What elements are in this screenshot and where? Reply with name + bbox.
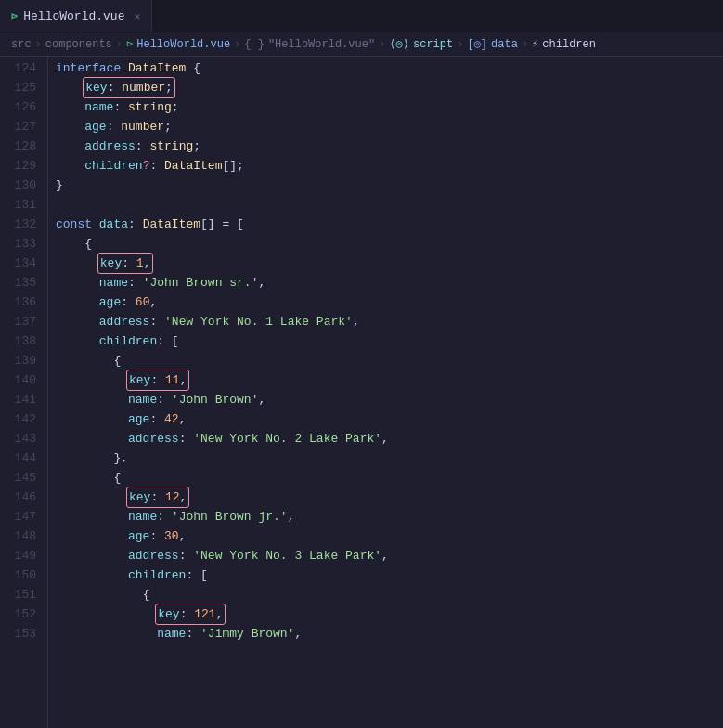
token-colon-22: : <box>186 624 200 644</box>
indent-138 <box>56 332 99 351</box>
token-const: const <box>56 214 99 234</box>
ln-125: 125 <box>7 78 36 98</box>
token-colon-9: : <box>121 292 136 312</box>
ln-149: 149 <box>7 546 36 566</box>
token-colon-14: : <box>149 410 164 429</box>
token-comma-12: , <box>381 546 389 566</box>
token-name-prop-2: name <box>99 273 128 292</box>
token-semi-3: ; <box>164 117 172 136</box>
token-array-bracket: []; <box>222 156 243 176</box>
token-open-brace-3: { <box>113 351 121 370</box>
indent-147 <box>56 507 128 526</box>
token-dataitem-2: DataItem <box>164 156 222 176</box>
token-key-prop-4: key <box>129 490 150 504</box>
indent-133 <box>56 234 84 254</box>
tab-close-button[interactable]: ✕ <box>134 10 140 22</box>
token-name-prop-3: name <box>128 390 157 410</box>
indent-126 <box>56 98 84 117</box>
token-str-addr-2: 'New York No. 2 Lake Park' <box>193 429 381 448</box>
code-line-147: name: 'John Brown jr.', <box>56 507 723 526</box>
token-name-prop-4: name <box>128 507 157 526</box>
breadcrumb-filename: HelloWorld.vue <box>136 38 230 51</box>
token-address-prop-3: address <box>128 429 179 448</box>
breadcrumb-link-icon: ⚡ <box>532 37 538 51</box>
token-string-type-2: string <box>149 136 193 156</box>
ln-130: 130 <box>7 176 36 195</box>
token-num-1: 1 <box>136 256 144 270</box>
token-address-prop-4: address <box>128 546 179 566</box>
ln-147: 147 <box>7 507 36 526</box>
ln-150: 150 <box>7 566 36 585</box>
token-key-prop-2: key <box>100 256 122 270</box>
token-colon-5: : <box>149 156 164 176</box>
code-line-144: }, <box>56 448 723 468</box>
code-line-132: const data: DataItem[] = [ <box>56 214 723 234</box>
ln-143: 143 <box>7 429 36 448</box>
token-semi-1: ; <box>165 81 173 95</box>
breadcrumb-src: src <box>11 38 32 51</box>
ln-153: 153 <box>7 624 36 644</box>
highlight-key-12: key: 12, <box>126 487 189 508</box>
highlight-key-number: key: number; <box>83 77 175 98</box>
ln-124: 124 <box>7 58 36 78</box>
breadcrumb-script-icon: ⟨◎⟩ <box>389 37 409 51</box>
indent-128 <box>56 136 84 156</box>
indent-129 <box>56 156 84 176</box>
code-line-140: key: 11, <box>56 370 723 390</box>
breadcrumb-children: children <box>542 38 596 51</box>
token-close-brace-2: }, <box>113 448 128 468</box>
indent-127 <box>56 117 84 136</box>
token-string-type-1: string <box>128 98 172 117</box>
indent-153 <box>56 624 157 644</box>
indent-152 <box>56 604 157 624</box>
indent-146 <box>56 488 128 507</box>
indent-125 <box>56 78 84 98</box>
ln-140: 140 <box>7 370 36 390</box>
token-comma-2: , <box>258 273 265 292</box>
token-comma-3: , <box>149 292 157 312</box>
breadcrumb-sep3: › <box>234 38 240 51</box>
token-num-30: 30 <box>164 526 179 546</box>
indent-141 <box>56 390 128 410</box>
token-open-brace-2: { <box>84 234 92 254</box>
ln-138: 138 <box>7 332 36 351</box>
ln-145: 145 <box>7 468 36 488</box>
token-semi-4: ; <box>193 136 200 156</box>
code-line-142: age: 42, <box>56 410 723 429</box>
code-area: interface DataItem { key: number; name: … <box>48 57 723 728</box>
token-colon-10: : <box>149 312 164 332</box>
indent-149 <box>56 546 128 566</box>
breadcrumb-sep4: › <box>379 38 385 51</box>
ln-137: 137 <box>7 312 36 332</box>
token-str-jimmy: 'Jimmy Brown' <box>200 624 294 644</box>
token-colon-21: : <box>180 607 195 621</box>
token-colon-13: : <box>157 390 172 410</box>
ln-146: 146 <box>7 488 36 507</box>
token-str-addr-1: 'New York No. 1 Lake Park' <box>164 312 353 332</box>
code-line-135: name: 'John Brown sr.', <box>56 273 723 292</box>
token-num-60: 60 <box>136 292 150 312</box>
token-comma-1: , <box>144 256 151 270</box>
code-line-145: { <box>56 468 723 488</box>
ln-126: 126 <box>7 98 36 117</box>
token-colon-15: : <box>179 429 194 448</box>
token-age-prop-4: age <box>128 526 149 546</box>
token-colon-7: : <box>122 256 136 270</box>
code-line-148: age: 30, <box>56 526 723 546</box>
token-comma-10: , <box>288 507 295 526</box>
code-line-149: address: 'New York No. 3 Lake Park', <box>56 546 723 566</box>
token-dataitem-1: DataItem <box>128 58 186 78</box>
ln-136: 136 <box>7 292 36 312</box>
token-colon-16: : <box>150 490 165 504</box>
ln-141: 141 <box>7 390 36 410</box>
breadcrumb-braces: { } <box>244 38 265 51</box>
token-comma-8: , <box>381 429 389 448</box>
code-line-128: address: string; <box>56 136 723 156</box>
code-line-134: key: 1, <box>56 254 723 273</box>
ln-139: 139 <box>7 351 36 370</box>
indent-136 <box>56 292 99 312</box>
tab-helloworld[interactable]: ⊳ HelloWorld.vue ✕ <box>0 0 152 32</box>
code-line-131 <box>56 195 723 214</box>
token-comma-7: , <box>179 410 187 429</box>
code-line-138: children: [ <box>56 332 723 351</box>
